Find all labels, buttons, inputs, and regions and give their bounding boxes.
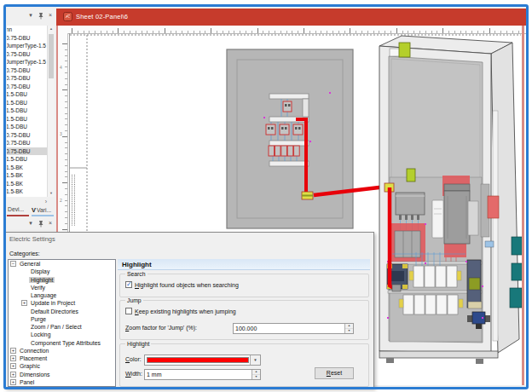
pin-icon[interactable]: [37, 219, 45, 228]
highlight-group-label: Highlight: [125, 341, 151, 348]
device-list[interactable]: nn0.75-DBUJumperType-1.50.75-DBUJumperTy…: [7, 26, 47, 197]
tree-item-label: Panel: [18, 379, 36, 385]
width-input[interactable]: 1 mm ▲ ▼: [144, 369, 261, 380]
close-icon[interactable]: ×: [46, 11, 55, 20]
tree-item-label: Component Type Attributes: [29, 340, 102, 346]
tree-item-purge[interactable]: Purge: [9, 315, 115, 323]
jump-group-label: Jump: [125, 297, 143, 304]
tree-item-label: Connection: [18, 348, 50, 354]
device-list-scrollbar[interactable]: ▲ ▼: [47, 26, 55, 197]
search-group: Search ✓ Highlight found objects when se…: [119, 274, 369, 297]
tree-item-dimensions[interactable]: +Dimensions: [9, 371, 115, 378]
tree-item-highlight[interactable]: Highlight: [9, 276, 115, 284]
panel-tabs: Devi... VVari...: [6, 205, 55, 216]
list-item[interactable]: 1.5-BK: [7, 180, 47, 188]
list-item[interactable]: JumperType-1.5: [7, 58, 47, 66]
list-item[interactable]: 1.5-DBU: [7, 155, 47, 164]
variants-icon: V: [32, 206, 36, 214]
tree-item-component-type-attributes[interactable]: Component Type Attributes: [9, 339, 115, 347]
list-item[interactable]: 0.75-DBU: [7, 50, 47, 59]
tree-item-display[interactable]: Display: [9, 268, 115, 275]
tree-item-verify[interactable]: Verify: [9, 284, 115, 291]
expand-icon[interactable]: +: [10, 372, 16, 378]
width-label: Width:: [125, 371, 142, 377]
list-item[interactable]: 1.5-DBU: [7, 99, 47, 107]
list-item[interactable]: 0.75-DBU: [7, 139, 47, 147]
tree-item-update-in-project[interactable]: +Update in Project: [9, 299, 115, 307]
tree-item-label: Dimensions: [18, 372, 52, 378]
device-panel: ▾ × nn0.75-DBUJumperType-1.50.75-DBUJump…: [6, 7, 55, 216]
color-label: Color:: [125, 356, 142, 362]
expand-icon[interactable]: +: [10, 379, 16, 385]
tree-item-panel[interactable]: +Panel: [9, 378, 115, 386]
list-item[interactable]: 0.75-DBU: [7, 131, 47, 140]
tree-item-graphic[interactable]: +Graphic: [9, 362, 115, 370]
zoom-factor-input[interactable]: 100.000 ▲ ▼: [233, 323, 354, 334]
expand-icon[interactable]: +: [10, 363, 16, 369]
check-icon: ✓: [126, 280, 132, 288]
tree-item-general[interactable]: −General: [9, 260, 115, 268]
close-icon[interactable]: ×: [46, 219, 55, 228]
highlight-group: Highlight Color: ▼ Width: 1 mm ▲ ▼ Reset: [119, 343, 369, 387]
list-item[interactable]: 0.75-DBU: [7, 34, 47, 43]
list-item[interactable]: 0.75-DBU: [7, 147, 47, 156]
tab-devices[interactable]: Devi...: [8, 206, 24, 212]
tree-item-label: Zoom / Pan / Select: [29, 324, 84, 330]
tree-item-language[interactable]: Language: [9, 291, 115, 299]
tree-item-label: Language: [29, 292, 58, 298]
tree-item-default-directories[interactable]: Default Directories: [9, 308, 115, 315]
sheet-tab-icon: [63, 11, 73, 22]
tab-variants[interactable]: VVari...: [32, 206, 51, 214]
checkbox-box[interactable]: ✓: [125, 308, 132, 314]
list-item[interactable]: 1.5-BK: [7, 171, 47, 180]
dropdown-arrow-icon[interactable]: ▼: [250, 355, 260, 365]
checkbox-box[interactable]: ✓: [125, 281, 132, 288]
terminal-row-2: [403, 295, 458, 314]
width-spinner[interactable]: ▲ ▼: [252, 370, 260, 379]
electric-settings-dialog: Electric Settings Categories: −GeneralDi…: [4, 232, 374, 389]
checkbox-label: Highlight found objects when searching: [135, 282, 239, 288]
list-item[interactable]: 1.5-DBU: [7, 90, 47, 99]
reset-button[interactable]: Reset: [315, 367, 354, 379]
sheet-tab[interactable]: Sheet 02-Panel\6: [56, 9, 526, 26]
expand-icon[interactable]: +: [21, 300, 27, 306]
chevron-down-icon[interactable]: ▾: [26, 11, 35, 20]
scrollbar-thumb[interactable]: [49, 34, 54, 78]
list-item[interactable]: 1.5-BK: [7, 164, 47, 172]
chevron-down-icon[interactable]: ▾: [26, 219, 35, 228]
width-value: 1 mm: [147, 372, 162, 378]
zoom-factor-spinner[interactable]: ▲ ▼: [344, 324, 353, 333]
spinner-down-icon[interactable]: ▼: [345, 329, 353, 333]
list-item[interactable]: 1.5-DBU: [7, 107, 47, 115]
categories-tree[interactable]: −GeneralDisplayHighlightVerifyLanguage+U…: [8, 259, 116, 387]
tree-item-zoom-pan-select[interactable]: Zoom / Pan / Select: [9, 323, 115, 331]
categories-label: Categories:: [9, 251, 40, 257]
dialog-title: Electric Settings: [9, 235, 55, 243]
pin-icon[interactable]: [37, 11, 45, 20]
list-item[interactable]: 1.5-BK: [7, 187, 47, 196]
tree-item-label: Verify: [29, 285, 47, 291]
color-combobox[interactable]: ▼: [144, 355, 261, 366]
collapse-icon[interactable]: −: [10, 261, 16, 267]
tree-item-connection[interactable]: +Connection: [9, 347, 115, 355]
scroll-up-icon[interactable]: ▲: [48, 26, 55, 32]
spinner-down-icon[interactable]: ▼: [252, 375, 260, 379]
tree-item-label: Graphic: [18, 363, 42, 369]
scroll-down-icon[interactable]: ▼: [48, 190, 55, 197]
highlight-found-checkbox[interactable]: ✓ Highlight found objects when searching: [125, 281, 239, 288]
list-item[interactable]: 0.75-DBU: [7, 66, 47, 75]
list-item[interactable]: JumperType-1.5: [7, 42, 47, 50]
list-item[interactable]: nn: [7, 26, 47, 34]
list-item[interactable]: 1.5-DBU: [7, 123, 47, 131]
keep-highlights-checkbox[interactable]: ✓ Keep existing highlights when jumping: [125, 308, 236, 314]
tree-item-label: Default Directories: [29, 308, 80, 314]
lower-panel-header: ▾ ×: [6, 216, 55, 230]
expand-icon[interactable]: +: [10, 355, 16, 361]
color-swatch: [147, 357, 249, 363]
tree-item-locking[interactable]: Locking: [9, 331, 115, 338]
expand-icon[interactable]: +: [10, 348, 16, 354]
list-item[interactable]: 0.75-DBU: [7, 74, 47, 83]
list-item[interactable]: 0.75-DBU: [7, 83, 47, 91]
tree-item-placement[interactable]: +Placement: [9, 355, 115, 362]
list-item[interactable]: 1.5-DBU: [7, 115, 47, 124]
